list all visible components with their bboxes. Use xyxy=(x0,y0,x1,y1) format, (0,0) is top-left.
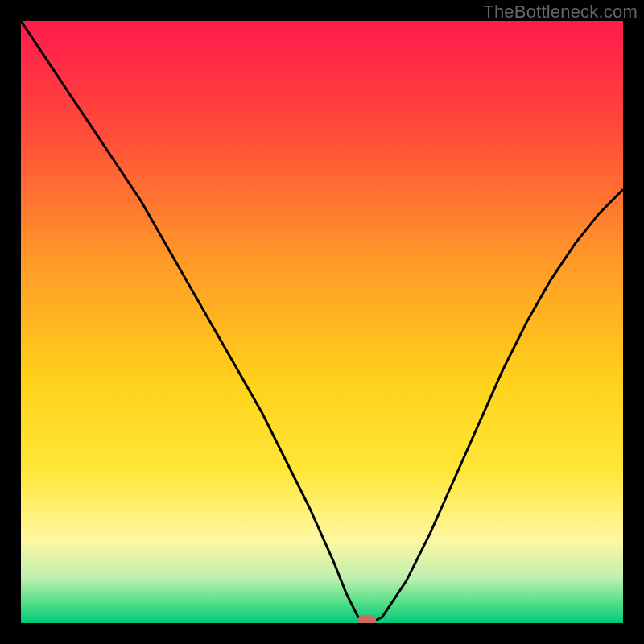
gradient-background xyxy=(21,21,623,623)
bottleneck-chart xyxy=(21,21,623,623)
chart-frame: TheBottleneck.com xyxy=(0,0,644,644)
plot-area xyxy=(21,21,623,623)
watermark-text: TheBottleneck.com xyxy=(483,2,638,23)
optimal-point-marker xyxy=(358,615,376,623)
